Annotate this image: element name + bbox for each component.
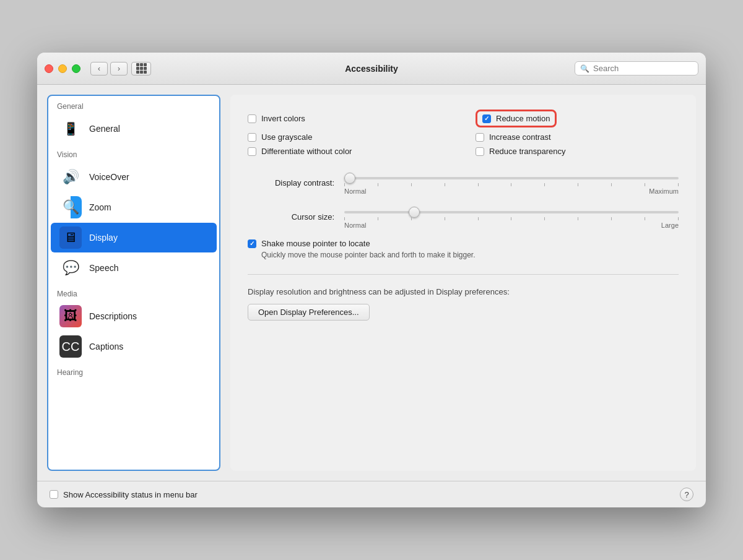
- captions-icon: CC: [59, 335, 82, 358]
- increase-contrast-row: Increase contrast: [476, 132, 679, 142]
- display-contrast-row: Display contrast: Normal Maximum: [248, 171, 679, 195]
- open-display-prefs-button[interactable]: Open Display Preferences...: [248, 304, 370, 321]
- sidebar-item-voiceover[interactable]: 🔊 VoiceOver: [51, 162, 217, 192]
- show-accessibility-checkbox[interactable]: [50, 490, 58, 499]
- display-contrast-label: Display contrast:: [248, 178, 334, 187]
- cursor-size-slider-container: Normal Large: [344, 205, 679, 229]
- shake-mouse-section: Shake mouse pointer to locate Quickly mo…: [248, 239, 679, 259]
- shake-mouse-description: Quickly move the mouse pointer back and …: [261, 251, 679, 259]
- bottom-bar: Show Accessibility status in menu bar ?: [37, 481, 706, 507]
- grid-icon: [136, 63, 147, 74]
- sidebar-item-captions[interactable]: CC Captions: [51, 332, 217, 361]
- sidebar-item-display-label: Display: [89, 233, 118, 243]
- minimize-button[interactable]: [58, 64, 67, 73]
- sidebar-item-display[interactable]: 🖥 Display: [51, 223, 217, 252]
- sidebar-item-zoom-label: Zoom: [89, 202, 111, 212]
- reduce-transparency-checkbox[interactable]: [476, 147, 484, 156]
- cursor-size-label: Cursor size:: [248, 212, 334, 222]
- sidebar-item-zoom[interactable]: 🔍 Zoom: [51, 192, 217, 222]
- help-button[interactable]: ?: [680, 488, 693, 501]
- display-prefs-info: Display resolution and brightness can be…: [248, 287, 679, 296]
- display-contrast-min-label: Normal: [344, 187, 366, 195]
- shake-mouse-label: Shake mouse pointer to locate: [261, 239, 370, 248]
- display-icon: 🖥: [59, 226, 82, 249]
- use-grayscale-label: Use grayscale: [261, 132, 312, 142]
- reduce-transparency-row: Reduce transparency: [476, 147, 679, 156]
- differentiate-label: Differentiate without color: [261, 147, 352, 156]
- bottom-section: Display resolution and brightness can be…: [248, 274, 679, 321]
- traffic-lights: [45, 64, 80, 73]
- show-accessibility-row: Show Accessibility status in menu bar: [50, 490, 198, 499]
- shake-mouse-checkbox[interactable]: [248, 239, 256, 248]
- main-window: ‹ › Accessibility 🔍 General 📱 General Vi…: [37, 53, 706, 507]
- increase-contrast-label: Increase contrast: [489, 132, 551, 142]
- sidebar-item-speech[interactable]: 💬 Speech: [51, 253, 217, 283]
- cursor-size-min-label: Normal: [344, 222, 366, 229]
- use-grayscale-row: Use grayscale: [248, 132, 451, 142]
- search-input[interactable]: [593, 64, 693, 73]
- right-panel: Invert colors Reduce motion Use grayscal…: [230, 95, 696, 471]
- increase-contrast-checkbox[interactable]: [476, 133, 484, 142]
- sidebar-item-descriptions-label: Descriptions: [89, 311, 137, 321]
- main-content: General 📱 General Vision 🔊 VoiceOver 🔍 Z…: [37, 85, 706, 481]
- display-contrast-slider[interactable]: [344, 177, 679, 179]
- sidebar-item-speech-label: Speech: [89, 263, 118, 273]
- sidebar-item-general[interactable]: 📱 General: [51, 114, 217, 144]
- grid-button[interactable]: [131, 62, 151, 75]
- sidebar-item-descriptions[interactable]: 🖼 Descriptions: [51, 301, 217, 331]
- invert-colors-row: Invert colors: [248, 110, 451, 127]
- reduce-motion-highlight: Reduce motion: [476, 110, 557, 127]
- invert-colors-label: Invert colors: [261, 114, 305, 123]
- forward-button[interactable]: ›: [110, 62, 128, 75]
- close-button[interactable]: [45, 64, 53, 73]
- nav-buttons: ‹ ›: [90, 62, 128, 75]
- reduce-motion-label: Reduce motion: [496, 114, 550, 123]
- sidebar-section-media: Media: [48, 283, 219, 301]
- maximize-button[interactable]: [72, 64, 80, 73]
- speech-icon: 💬: [59, 257, 82, 279]
- zoom-icon: 🔍: [59, 196, 82, 218]
- show-accessibility-label: Show Accessibility status in menu bar: [63, 490, 198, 499]
- invert-colors-checkbox[interactable]: [248, 114, 256, 123]
- sidebar-item-voiceover-label: VoiceOver: [89, 172, 129, 182]
- differentiate-checkbox[interactable]: [248, 147, 256, 156]
- reduce-motion-checkbox[interactable]: [482, 114, 491, 123]
- search-icon: 🔍: [580, 64, 589, 73]
- cursor-size-slider[interactable]: [344, 211, 679, 213]
- display-contrast-section: Display contrast: Normal Maximum: [248, 171, 679, 195]
- descriptions-icon: 🖼: [59, 305, 82, 327]
- window-title: Accessibility: [345, 64, 398, 74]
- differentiate-row: Differentiate without color: [248, 147, 451, 156]
- reduce-motion-row: Reduce motion: [476, 110, 679, 127]
- cursor-size-labels: Normal Large: [344, 222, 679, 229]
- display-contrast-labels: Normal Maximum: [344, 187, 679, 195]
- cursor-size-max-label: Large: [661, 222, 679, 229]
- sidebar: General 📱 General Vision 🔊 VoiceOver 🔍 Z…: [47, 95, 220, 471]
- display-contrast-slider-container: Normal Maximum: [344, 171, 679, 195]
- voiceover-icon: 🔊: [59, 166, 82, 188]
- display-contrast-max-label: Maximum: [649, 187, 679, 195]
- sidebar-section-general: General: [48, 96, 219, 113]
- search-box[interactable]: 🔍: [575, 61, 698, 75]
- sidebar-section-vision: Vision: [48, 144, 219, 162]
- sidebar-item-captions-label: Captions: [89, 342, 123, 351]
- back-button[interactable]: ‹: [90, 62, 108, 75]
- reduce-transparency-label: Reduce transparency: [489, 147, 566, 156]
- shake-row: Shake mouse pointer to locate: [248, 239, 679, 248]
- use-grayscale-checkbox[interactable]: [248, 133, 256, 142]
- cursor-size-section: Cursor size: Normal Large: [248, 205, 679, 229]
- titlebar: ‹ › Accessibility 🔍: [37, 53, 706, 85]
- options-grid: Invert colors Reduce motion Use grayscal…: [248, 110, 679, 156]
- sidebar-item-general-label: General: [89, 124, 120, 134]
- sidebar-section-hearing: Hearing: [48, 362, 219, 379]
- cursor-size-row: Cursor size: Normal Large: [248, 205, 679, 229]
- general-icon: 📱: [59, 118, 82, 140]
